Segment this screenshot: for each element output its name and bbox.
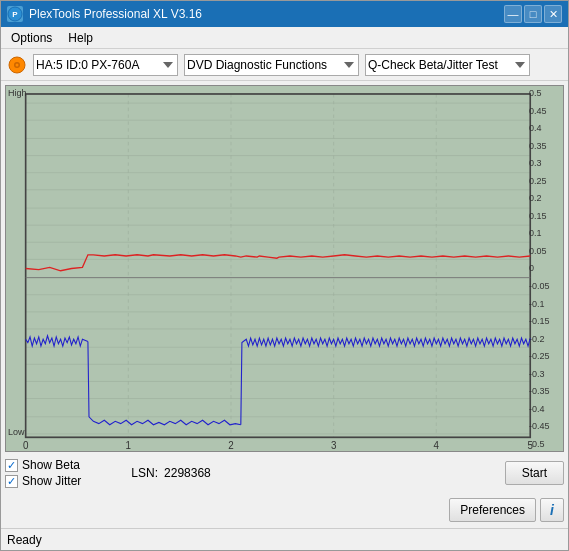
chart-high-label: High [8,88,27,98]
menu-options[interactable]: Options [5,29,58,47]
title-bar: P PlexTools Professional XL V3.16 — □ ✕ [1,1,568,27]
start-button[interactable]: Start [505,461,564,485]
preferences-button[interactable]: Preferences [449,498,536,522]
svg-text:3: 3 [331,440,337,451]
show-beta-row: ✓ Show Beta [5,458,81,472]
main-content: High Low 0.5 0.45 0.4 0.35 0.3 0.25 0.2 … [1,81,568,528]
menu-help[interactable]: Help [62,29,99,47]
drive-icon [7,55,27,75]
controls-row: ✓ Show Beta ✓ Show Jitter LSN: [5,456,564,490]
lsn-label: LSN: [131,466,158,480]
preferences-row: Preferences i [5,496,564,524]
show-jitter-row: ✓ Show Jitter [5,474,81,488]
svg-rect-5 [6,86,563,451]
function-select[interactable]: DVD Diagnostic Functions [184,54,359,76]
y-axis-labels: 0.5 0.45 0.4 0.35 0.3 0.25 0.2 0.15 0.1 … [529,86,559,451]
show-beta-checkbox[interactable]: ✓ [5,459,18,472]
test-select[interactable]: Q-Check Beta/Jitter Test [365,54,530,76]
toolbar: HA:5 ID:0 PX-760A DVD Diagnostic Functio… [1,49,568,81]
title-bar-left: P PlexTools Professional XL V3.16 [7,6,202,22]
checkboxes: ✓ Show Beta ✓ Show Jitter [5,458,81,488]
status-text: Ready [7,533,42,547]
chart-low-label: Low [8,427,25,437]
chart-area: High Low 0.5 0.45 0.4 0.35 0.3 0.25 0.2 … [5,85,564,452]
info-button[interactable]: i [540,498,564,522]
window-title: PlexTools Professional XL V3.16 [29,7,202,21]
svg-text:P: P [12,10,18,19]
maximize-button[interactable]: □ [524,5,542,23]
svg-point-4 [16,63,19,66]
bottom-panel: ✓ Show Beta ✓ Show Jitter LSN: [5,456,564,524]
lsn-area: LSN: 2298368 [131,466,210,480]
show-jitter-checkbox[interactable]: ✓ [5,475,18,488]
lsn-value: 2298368 [164,466,211,480]
show-jitter-label: Show Jitter [22,474,81,488]
main-window: P PlexTools Professional XL V3.16 — □ ✕ … [0,0,569,551]
minimize-button[interactable]: — [504,5,522,23]
app-icon: P [7,6,23,22]
window-controls: — □ ✕ [504,5,562,23]
chart-svg: 0 1 2 3 4 5 [6,86,563,451]
svg-text:0: 0 [23,440,29,451]
svg-text:1: 1 [126,440,132,451]
menu-bar: Options Help [1,27,568,49]
info-icon: i [550,502,554,518]
drive-select[interactable]: HA:5 ID:0 PX-760A [33,54,178,76]
svg-text:4: 4 [434,440,440,451]
close-button[interactable]: ✕ [544,5,562,23]
show-beta-label: Show Beta [22,458,80,472]
status-bar: Ready [1,528,568,550]
svg-text:2: 2 [228,440,234,451]
